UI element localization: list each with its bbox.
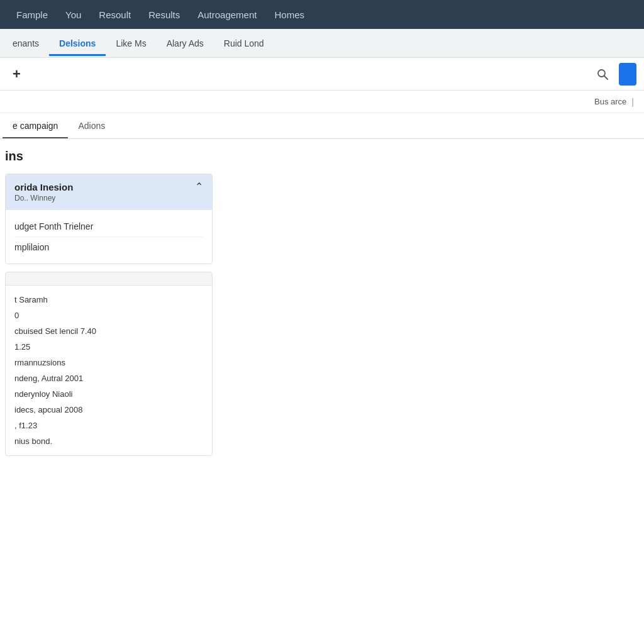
card-row-2: mplilaion [14,237,203,257]
card2-row-8: idecs, apcual 2008 [14,402,203,418]
breadcrumb-bar: Bus arce | [0,91,644,113]
card2-row-10: nius bond. [14,433,203,449]
card-body: udget Fonth Trielner mplilaion [6,210,212,264]
add-button[interactable]: + [8,64,26,85]
card-row-1: udget Fonth Trielner [14,216,203,237]
nav-fample[interactable]: Fample [8,2,57,28]
secondary-nav-enants[interactable]: enants [3,31,49,56]
svg-point-0 [598,70,605,77]
search-button[interactable] [591,63,614,86]
card2-row-6: ndeng, Autral 2001 [14,370,203,386]
tab-adions[interactable]: Adions [68,113,115,138]
card2-body: t Saramh 0 cbuised Set lencil 7.40 1.25 … [6,286,212,455]
card2-row-7: nderynloy Niaoli [14,386,203,402]
nav-autroagement[interactable]: Autroagement [189,2,265,28]
nav-resoult[interactable]: Resoult [90,2,140,28]
card2-row-4: 1.25 [14,339,203,355]
secondary-nav: enants Delsions Like Ms Alary Ads Ruid L… [0,29,644,58]
secondary-nav-likems[interactable]: Like Ms [106,31,156,56]
nav-you[interactable]: You [57,2,90,28]
breadcrumb-separator: | [631,97,634,107]
content-tabs: e campaign Adions [0,113,644,139]
nav-homes[interactable]: Homes [265,2,313,28]
chevron-up-icon[interactable]: ⌃ [195,182,203,192]
card-florida: orida Inesion Do.. Winney ⌃ udget Fonth … [5,174,213,264]
action-button[interactable] [619,63,636,86]
svg-line-1 [604,76,608,79]
card-subtitle: Do.. Winney [14,194,73,203]
card2-row-5: rmannuzsions [14,355,203,370]
card-header-content: orida Inesion Do.. Winney [14,182,73,203]
secondary-nav-alaryads[interactable]: Alary Ads [157,31,214,56]
main-content: ins orida Inesion Do.. Winney ⌃ udget Fo… [0,139,644,466]
card-header: orida Inesion Do.. Winney ⌃ [6,174,212,210]
nav-results[interactable]: Results [140,2,189,28]
section-title: ins [5,149,639,164]
secondary-nav-delsions[interactable]: Delsions [49,31,106,56]
top-nav: Fample You Resoult Results Autroagement … [0,0,644,29]
toolbar: + [0,58,644,91]
card-details: t Saramh 0 cbuised Set lencil 7.40 1.25 … [5,272,213,456]
search-icon [596,68,609,80]
breadcrumb: Bus arce [594,97,626,106]
card2-row-9: , f1.23 [14,418,203,433]
card2-row-2: 0 [14,308,203,323]
tab-campaign[interactable]: e campaign [3,113,68,138]
card2-row-1: t Saramh [14,292,203,308]
card2-header [6,272,212,286]
card-title: orida Inesion [14,182,73,192]
secondary-nav-ruidlond[interactable]: Ruid Lond [214,31,274,56]
card2-row-3: cbuised Set lencil 7.40 [14,323,203,339]
